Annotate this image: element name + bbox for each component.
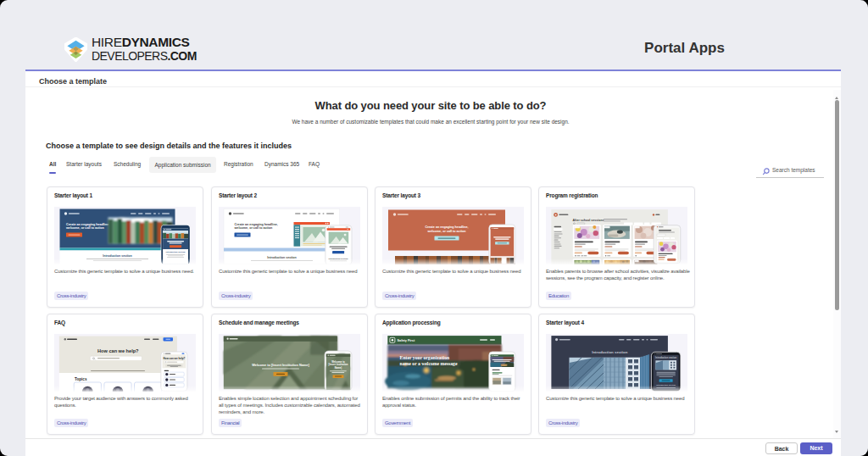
svg-text:Topics: Topics [75, 377, 87, 381]
svg-text:Introduction section: Introduction section [103, 254, 132, 258]
svg-text:How can we help?: How can we help? [97, 348, 139, 353]
svg-text:Enter your organization: Enter your organization [400, 355, 450, 360]
svg-text:name or a welcome message: name or a welcome message [400, 361, 458, 366]
svg-text:Introduction section: Introduction section [592, 350, 628, 354]
svg-text:welcome, or call to action: welcome, or call to action [427, 230, 467, 233]
svg-text:Welcome to [Insert Institution: Welcome to [Insert Institution Name] [252, 363, 309, 367]
svg-text:welcome, or call to action: welcome, or call to action [65, 226, 105, 230]
svg-text:Create an engaging headline,: Create an engaging headline, [66, 223, 109, 226]
svg-text:After school sessions: After school sessions [572, 219, 604, 222]
svg-text:Create an engaging headline,: Create an engaging headline, [235, 223, 278, 226]
svg-text:Name]: Name] [335, 366, 342, 370]
svg-text:Introduction section: Introduction section [166, 251, 186, 253]
svg-text:welcome, or call to action: welcome, or call to action [234, 226, 274, 230]
svg-text:How can we help?: How can we help? [163, 357, 185, 360]
svg-text:Create an engaging headline,: Create an engaging headline, [425, 225, 468, 229]
svg-text:Introduction section: Introduction section [655, 357, 676, 360]
svg-text:Safety First: Safety First [398, 339, 415, 342]
